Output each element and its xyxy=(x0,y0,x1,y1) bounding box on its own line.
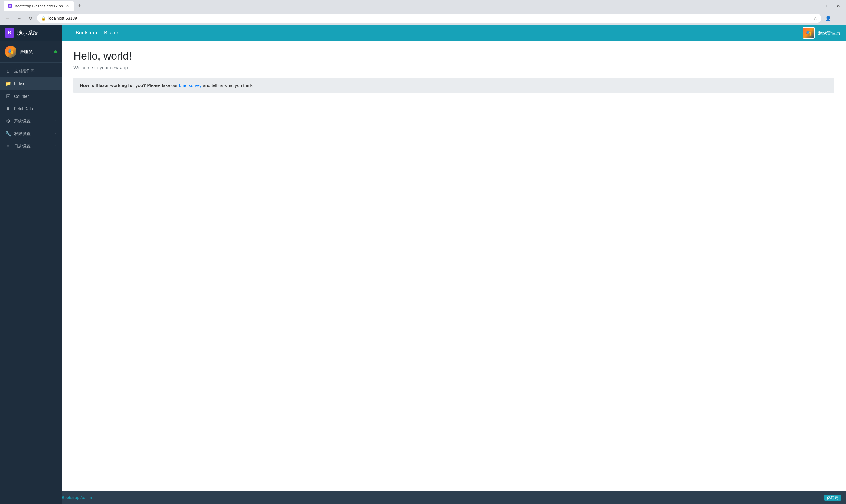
sidebar-item-index-label: Index xyxy=(14,82,24,86)
navbar-title: Bootstrap of Blazor xyxy=(76,30,119,36)
browser-tabs: B Bootstrap Blazor Server App ✕ + xyxy=(3,1,84,11)
content-area: Hello, world! Welcome to your new app. H… xyxy=(62,41,846,491)
browser-tab-active[interactable]: B Bootstrap Blazor Server App ✕ xyxy=(3,1,74,11)
sidebar-item-fetchdata[interactable]: ≡ FetchData xyxy=(0,103,62,115)
chevron-right-icon-2: › xyxy=(55,132,56,136)
sidebar-item-back-label: 返回组件库 xyxy=(14,68,35,74)
sidebar-item-permission-settings-label: 权限设置 xyxy=(14,131,31,137)
tab-close-button[interactable]: ✕ xyxy=(65,3,70,8)
back-button[interactable]: ← xyxy=(3,14,12,23)
window-controls: — □ ✕ xyxy=(813,2,843,10)
footer-badge: 亿速云 xyxy=(824,494,841,501)
check-icon: ☑ xyxy=(5,93,11,99)
home-icon: ⌂ xyxy=(5,68,11,74)
menu-icon[interactable]: ⋮ xyxy=(834,14,843,23)
brand-logo: B xyxy=(5,28,14,38)
forward-button[interactable]: → xyxy=(15,14,23,23)
sidebar-item-counter[interactable]: ☑ Counter xyxy=(0,90,62,103)
survey-text: Please take our xyxy=(147,83,179,88)
page-title: Hello, world! xyxy=(73,50,834,62)
footer: Bootstrap Admin 亿速云 xyxy=(62,491,846,504)
navbar-user-name: 超级管理员 xyxy=(818,30,840,36)
chevron-right-icon: › xyxy=(55,119,56,123)
sidebar-username: 管理员 xyxy=(19,49,51,55)
footer-link[interactable]: Bootstrap Admin xyxy=(62,495,92,500)
url-text: localhost:53189 xyxy=(48,16,811,21)
database-icon: ≡ xyxy=(5,106,11,111)
survey-bold-text: How is Blazor working for you? xyxy=(80,83,146,88)
reload-button[interactable]: ↻ xyxy=(26,14,35,23)
navbar-toggle-button[interactable]: ≡ xyxy=(62,30,76,36)
survey-link[interactable]: brief survey xyxy=(179,83,202,88)
tab-favicon: B xyxy=(7,3,12,8)
lock-icon: 🔒 xyxy=(41,16,46,21)
survey-end-text: and tell us what you think. xyxy=(203,83,254,88)
page-content: Hello, world! Welcome to your new app. H… xyxy=(62,41,846,491)
sidebar-item-permission-settings[interactable]: 🔧 权限设置 › xyxy=(0,127,62,140)
sidebar-avatar: 🎭 xyxy=(5,46,16,58)
navbar-right: 🎭 超级管理员 xyxy=(803,27,846,39)
minimize-button[interactable]: — xyxy=(813,2,821,10)
sidebar-item-log-settings-label: 日志设置 xyxy=(14,144,31,149)
footer-right: 亿速云 xyxy=(824,495,846,501)
online-status-dot xyxy=(54,50,57,53)
sidebar-item-index[interactable]: 📁 Index xyxy=(0,77,62,90)
sidebar-user-section: 🎭 管理员 xyxy=(0,41,62,62)
address-bar[interactable]: 🔒 localhost:53189 ☆ xyxy=(37,14,821,23)
tab-title: Bootstrap Blazor Server App xyxy=(15,4,63,8)
profile-icon[interactable]: 👤 xyxy=(824,14,832,23)
page-subtitle: Welcome to your new app. xyxy=(73,65,834,71)
wrench-icon: 🔧 xyxy=(5,131,11,137)
close-button[interactable]: ✕ xyxy=(834,2,843,10)
top-navbar: B 演示系统 ≡ Bootstrap of Blazor 🎭 超级管理员 xyxy=(0,25,846,41)
list-icon: ≡ xyxy=(5,144,11,149)
chevron-right-icon-3: › xyxy=(55,144,56,148)
bookmark-icon[interactable]: ☆ xyxy=(813,16,817,21)
app-wrapper: B 演示系统 ≡ Bootstrap of Blazor 🎭 超级管理员 🎭 管… xyxy=(0,25,846,504)
browser-chrome: B Bootstrap Blazor Server App ✕ + — □ ✕ … xyxy=(0,0,846,25)
survey-box: How is Blazor working for you? Please ta… xyxy=(73,77,834,93)
sidebar-nav: ⌂ 返回组件库 📁 Index ☑ Counter ≡ FetchData ⚙ xyxy=(0,62,62,155)
sidebar-item-log-settings[interactable]: ≡ 日志设置 › xyxy=(0,140,62,152)
browser-titlebar: B Bootstrap Blazor Server App ✕ + — □ ✕ xyxy=(0,0,846,12)
browser-addressbar: ← → ↻ 🔒 localhost:53189 ☆ 👤 ⋮ xyxy=(0,12,846,25)
sidebar-item-counter-label: Counter xyxy=(14,94,29,99)
main-area: 🎭 管理员 ⌂ 返回组件库 📁 Index ☑ Counter xyxy=(0,41,846,504)
maximize-button[interactable]: □ xyxy=(824,2,832,10)
sidebar-item-fetchdata-label: FetchData xyxy=(14,106,33,111)
gear-icon: ⚙ xyxy=(5,119,11,124)
brand-name: 演示系统 xyxy=(17,29,38,36)
sidebar-item-system-settings[interactable]: ⚙ 系统设置 › xyxy=(0,115,62,127)
sidebar: 🎭 管理员 ⌂ 返回组件库 📁 Index ☑ Counter xyxy=(0,41,62,504)
navbar-user-avatar: 🎭 xyxy=(803,27,814,39)
sidebar-item-system-settings-label: 系统设置 xyxy=(14,119,31,124)
sidebar-avatar-image: 🎭 xyxy=(5,46,16,58)
sidebar-item-back[interactable]: ⌂ 返回组件库 xyxy=(0,65,62,77)
folder-icon: 📁 xyxy=(5,81,11,86)
user-avatar-image: 🎭 xyxy=(804,28,814,38)
brand-section: B 演示系统 xyxy=(0,25,62,41)
browser-right-icons: 👤 ⋮ xyxy=(824,14,843,23)
address-right-icons: ☆ xyxy=(813,16,817,21)
new-tab-button[interactable]: + xyxy=(75,2,84,10)
